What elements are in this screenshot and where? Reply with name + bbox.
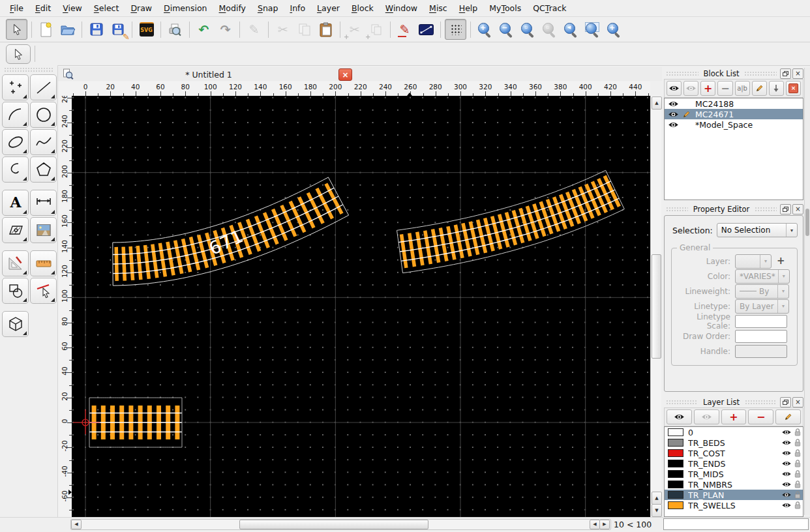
layer-list-item[interactable]: 0 — [665, 427, 803, 437]
layer-visibility-toggle[interactable] — [781, 439, 794, 446]
menu-item[interactable]: View — [57, 1, 88, 16]
cut-button[interactable]: ✂ — [273, 20, 293, 39]
layer-list-item[interactable]: TR_MIDS — [665, 469, 803, 479]
arc-tool-button[interactable] — [2, 102, 29, 128]
scroll-up-button[interactable]: ▲ — [652, 96, 662, 110]
zoom-auto-button[interactable]: ▫ — [518, 20, 538, 39]
layer-visibility-toggle[interactable] — [781, 481, 794, 488]
measure-tools-button[interactable] — [2, 250, 29, 276]
line-attributes-button[interactable] — [416, 20, 436, 39]
layer-visibility-toggle[interactable] — [781, 502, 794, 509]
draw-order-input[interactable] — [735, 330, 787, 343]
draw-pen-button[interactable]: ✎ — [395, 20, 415, 39]
copy-button[interactable] — [294, 20, 314, 39]
add-layer-button[interactable]: + — [721, 409, 747, 424]
horizontal-scroll-thumb[interactable] — [239, 520, 428, 529]
palette-drag-handle[interactable] — [4, 67, 53, 72]
dock-scrollbar[interactable] — [804, 68, 810, 515]
block-visibility-toggle[interactable] — [668, 100, 682, 108]
close-panel-button[interactable]: × — [792, 397, 803, 407]
scroll-up-button[interactable]: ▲ — [652, 492, 662, 505]
line-tool-button[interactable] — [30, 74, 57, 100]
zoom-window-button[interactable] — [582, 20, 603, 39]
panel-splitter[interactable] — [664, 392, 803, 396]
hide-all-blocks-button[interactable] — [683, 81, 698, 96]
layer-list-item[interactable]: TR_BEDS — [665, 437, 803, 448]
lock-icon[interactable] — [794, 491, 801, 499]
polyline-tool-button[interactable] — [2, 156, 29, 183]
ruler-tool-button[interactable] — [30, 250, 57, 276]
zoom-pan-button[interactable]: + — [604, 20, 624, 39]
horizontal-scrollbar[interactable]: ◀ ◀ ▶ — [70, 519, 611, 530]
add-block-button[interactable]: + — [700, 81, 715, 96]
insert-image-button[interactable] — [30, 217, 57, 243]
menu-item[interactable]: Info — [284, 1, 311, 16]
copy-with-reference-button[interactable]: + — [366, 20, 386, 39]
ellipse-tool-button[interactable] — [2, 129, 29, 155]
grid-toggle-button[interactable] — [445, 19, 466, 40]
save-button[interactable] — [86, 20, 106, 39]
menu-item[interactable]: Block — [346, 1, 380, 16]
close-panel-button[interactable]: × — [792, 204, 803, 214]
float-panel-button[interactable] — [780, 68, 791, 79]
show-all-layers-button[interactable] — [667, 409, 692, 424]
property-editor-titlebar[interactable]: Property Editor × — [664, 203, 803, 214]
vertical-scrollbar[interactable]: ▲ ▲ ▼ — [650, 96, 661, 517]
insert-block-button[interactable] — [769, 81, 784, 96]
close-document-button[interactable]: × — [338, 68, 352, 81]
lock-icon[interactable] — [794, 439, 801, 447]
print-preview-button[interactable] — [165, 20, 185, 39]
layer-list-item[interactable]: TR_PLAN — [665, 490, 803, 500]
menu-item[interactable]: MyTools — [483, 1, 527, 16]
zoom-current-button[interactable]: ▫ — [539, 20, 560, 39]
show-all-blocks-button[interactable] — [667, 81, 682, 96]
block-list-item[interactable]: MC24188 — [665, 98, 803, 109]
zoom-in-button[interactable]: + — [475, 20, 495, 39]
dock-scroll-thumb[interactable] — [805, 209, 809, 236]
scroll-left-button[interactable]: ◀ — [590, 520, 600, 529]
drawing-canvas[interactable]: 671 — [72, 96, 650, 517]
menu-item[interactable]: Select — [88, 1, 125, 16]
menu-item[interactable]: QCTrack — [527, 1, 572, 16]
new-document-button[interactable] — [36, 20, 56, 39]
dimension-tool-button[interactable] — [30, 190, 57, 216]
menu-item[interactable]: Edit — [29, 1, 57, 16]
redo-button[interactable]: ↷ — [215, 20, 235, 39]
zoom-out-button[interactable]: − — [496, 20, 517, 39]
add-layer-button[interactable]: + — [777, 256, 785, 266]
remove-layer-button[interactable]: − — [748, 409, 773, 424]
rename-block-button[interactable]: a|b — [735, 81, 750, 96]
layer-list-item[interactable]: TR_SWELLS — [665, 500, 803, 510]
text-tool-button[interactable]: A — [2, 190, 29, 216]
delete-block-button[interactable]: × — [786, 81, 801, 96]
pen-style-button[interactable]: ✎ — [244, 20, 264, 39]
circle-tool-button[interactable] — [30, 102, 57, 128]
float-panel-button[interactable] — [780, 204, 791, 214]
menu-item[interactable]: Window — [380, 1, 423, 16]
block-list-item[interactable]: *Model_Space — [665, 119, 803, 130]
point-tool-button[interactable] — [2, 74, 29, 100]
open-file-button[interactable] — [57, 20, 78, 39]
linetype-combobox[interactable]: By Layer▾ — [735, 299, 789, 314]
float-panel-button[interactable] — [780, 397, 791, 407]
polygon-tool-button[interactable] — [30, 156, 57, 183]
hide-all-layers-button[interactable] — [694, 409, 719, 424]
lock-icon[interactable] — [794, 428, 801, 436]
modify-tool-button[interactable] — [2, 278, 29, 304]
hatch-tool-button[interactable] — [2, 217, 29, 243]
lock-icon[interactable] — [794, 449, 801, 457]
undo-button[interactable]: ↶ — [194, 20, 214, 39]
edit-layer-button[interactable] — [775, 409, 801, 424]
vertical-scroll-thumb[interactable] — [652, 254, 661, 359]
layer-visibility-toggle[interactable] — [781, 450, 794, 456]
layer-visibility-toggle[interactable] — [781, 460, 794, 467]
select-pointer-button[interactable] — [6, 44, 31, 64]
block-visibility-toggle[interactable] — [668, 111, 682, 118]
lock-icon[interactable] — [794, 480, 801, 488]
layer-visibility-toggle[interactable] — [781, 492, 794, 498]
block-visibility-toggle[interactable] — [668, 121, 682, 128]
layer-list-item[interactable]: TR_COST — [665, 448, 803, 458]
layer-visibility-toggle[interactable] — [781, 429, 794, 436]
layer-visibility-toggle[interactable] — [781, 471, 794, 477]
menu-item[interactable]: Modify — [213, 1, 252, 16]
